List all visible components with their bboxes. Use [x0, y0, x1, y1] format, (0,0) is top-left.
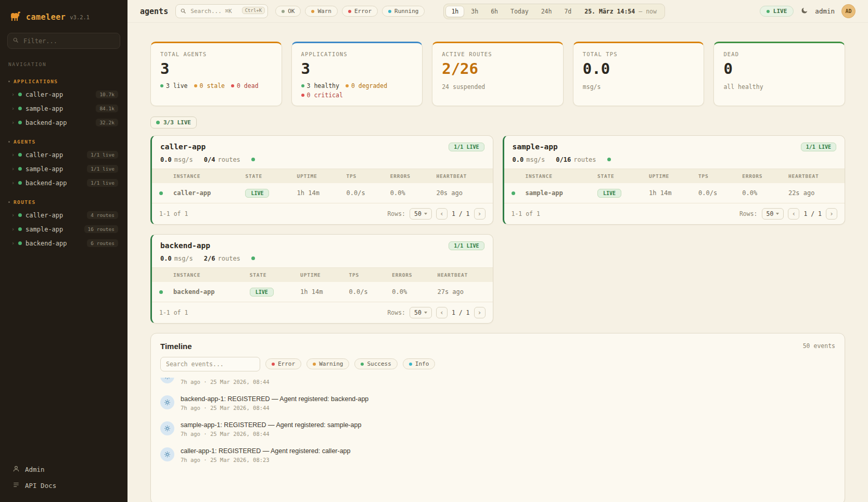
sidebar-item-agents-backend-app[interactable]: › backend-app 1/1 live: [7, 176, 120, 190]
brand: cameleer v3.2.1: [7, 7, 120, 33]
sidebar-item-api-docs[interactable]: API Docs: [8, 478, 119, 494]
event-time: 7h ago · 25 Mar 2026, 08:23: [181, 457, 351, 463]
filter-ok-button[interactable]: OK: [275, 6, 301, 17]
sidebar-item-agents-sample-app[interactable]: › sample-app 1/1 live: [7, 162, 120, 176]
routes-value: 2/6: [204, 255, 215, 262]
brand-name: cameleer: [26, 12, 66, 22]
time-range-3h[interactable]: 3h: [465, 6, 484, 17]
sidebar-item-label: caller-app: [25, 91, 63, 98]
gear-icon: [160, 421, 174, 435]
dead-dot: [231, 84, 234, 87]
app-root: cameleer v3.2.1 NAVIGATION APPLICATIONS …: [0, 0, 868, 502]
rows-value: 50: [414, 210, 422, 217]
status-dot: [18, 167, 22, 171]
health-dot: [251, 158, 255, 161]
instance-row[interactable]: backend-app LIVE 1h 14m 0.0/s 0.0% 27s a…: [152, 282, 493, 302]
routes-unit: routes: [573, 156, 596, 163]
prev-page-button[interactable]: ‹: [436, 307, 448, 318]
timeline-filter-info-button[interactable]: Info: [403, 358, 436, 369]
timeline-search-input[interactable]: [160, 357, 260, 371]
chevron-right-icon: ›: [11, 106, 15, 111]
rows-per-page-select[interactable]: 50: [410, 307, 432, 318]
sidebar-item-routes-sample-app[interactable]: › sample-app 16 routes: [7, 222, 120, 236]
filter-warn-button[interactable]: Warn: [305, 6, 338, 17]
stat-item-text: 0 stale: [200, 82, 225, 89]
live-indicator[interactable]: LIVE: [760, 6, 794, 17]
chevron-right-icon: ›: [11, 92, 15, 97]
section-title: AGENTS: [14, 139, 36, 145]
errors-cell: 0.0%: [737, 183, 783, 203]
section-header-applications[interactable]: APPLICATIONS: [7, 78, 120, 87]
sidebar-item-agents-caller-app[interactable]: › caller-app 1/1 live: [7, 148, 120, 162]
timeline-filter-success-button[interactable]: Success: [354, 358, 397, 369]
stat-label: TOTAL TPS: [583, 51, 695, 57]
page-indicator: 1 / 1: [803, 210, 822, 217]
rows-per-page-select[interactable]: 50: [410, 208, 432, 220]
time-range-1h[interactable]: 1h: [445, 6, 464, 17]
main-area: agents Ctrl+K OK Warn E: [127, 0, 868, 502]
col-uptime: UPTIME: [644, 169, 693, 183]
sidebar-item-badge: 6 routes: [87, 239, 118, 247]
page-title: agents: [140, 7, 168, 16]
sidebar-item-routes-caller-app[interactable]: › caller-app 4 routes: [7, 208, 120, 222]
time-range-6h[interactable]: 6h: [485, 6, 504, 17]
stat-label: ACTIVE ROUTES: [442, 51, 554, 57]
rows-label: Rows:: [387, 210, 405, 217]
app-live-badge: 1/1 LIVE: [801, 143, 836, 151]
rows-value: 50: [767, 210, 774, 217]
tps-unit: msg/s: [174, 255, 193, 262]
tps-value: 0.0: [513, 156, 524, 163]
timeline-event: sample-app-1: REGISTERED — Agent registe…: [160, 416, 835, 442]
timeline-filter-error-button[interactable]: Error: [265, 358, 301, 369]
time-range-24h[interactable]: 24h: [535, 6, 558, 17]
stat-card-dead: DEAD 0 all healthy: [713, 42, 845, 106]
stat-subtext: all healthy: [723, 83, 835, 91]
section-title: APPLICATIONS: [14, 79, 58, 84]
section-header-agents[interactable]: AGENTS: [7, 138, 120, 148]
sidebar: cameleer v3.2.1 NAVIGATION APPLICATIONS …: [0, 0, 127, 502]
table-footer: 1-1 of 1 Rows: 50 ‹ 1 / 1 ›: [152, 203, 493, 224]
avatar[interactable]: AD: [841, 4, 856, 18]
sidebar-item-routes-backend-app[interactable]: › backend-app 6 routes: [7, 236, 120, 250]
sidebar-filter-input[interactable]: [7, 33, 120, 49]
sidebar-item-badge: 32.2k: [96, 119, 118, 126]
next-page-button[interactable]: ›: [474, 208, 486, 220]
instances-table: INSTANCE STATE UPTIME TPS ERRORS HEARTBE…: [504, 169, 845, 203]
next-page-button[interactable]: ›: [826, 208, 837, 220]
col-errors: ERRORS: [737, 169, 783, 183]
next-page-button[interactable]: ›: [474, 307, 486, 318]
row-range: 1-1 of 1: [159, 309, 188, 316]
sidebar-item-admin[interactable]: Admin: [8, 461, 119, 478]
date-range-display[interactable]: 25. März 14:54 — now: [578, 6, 663, 17]
collapse-dot-icon: [8, 201, 10, 203]
sidebar-item-applications-caller-app[interactable]: › caller-app 10.7k: [7, 87, 120, 101]
degraded-dot: [346, 84, 349, 87]
instance-row[interactable]: sample-app LIVE 1h 14m 0.0/s 0.0% 22s ag…: [504, 183, 845, 203]
timeline-filter-warning-button[interactable]: Warning: [307, 358, 349, 369]
section-header-routes[interactable]: ROUTES: [7, 198, 120, 208]
chevron-right-icon: ›: [11, 166, 15, 172]
rows-per-page-select[interactable]: 50: [762, 208, 784, 220]
theme-toggle-button[interactable]: [800, 7, 808, 16]
stats-row: TOTAL AGENTS 3 3 live 0 stale 0 dead APP…: [150, 42, 845, 106]
prev-page-button[interactable]: ‹: [436, 208, 448, 220]
live-dot: [156, 121, 160, 124]
stat-card-active-routes: ACTIVE ROUTES 2/26 24 suspended: [432, 42, 564, 106]
instance-row[interactable]: caller-app LIVE 1h 14m 0.0/s 0.0% 20s ag…: [152, 183, 493, 203]
date-separator: —: [639, 8, 642, 15]
filter-label: Warn: [317, 8, 331, 15]
time-range-today[interactable]: Today: [505, 6, 534, 17]
filter-running-button[interactable]: Running: [382, 6, 425, 17]
ok-dot: [282, 10, 285, 13]
filter-error-button[interactable]: Error: [342, 6, 378, 17]
col-uptime: UPTIME: [292, 169, 341, 183]
stat-card-applications: APPLICATIONS 3 3 healthy 0 degraded 0 cr…: [291, 42, 423, 106]
sidebar-item-applications-backend-app[interactable]: › backend-app 32.2k: [7, 115, 120, 130]
sidebar-item-label: sample-app: [25, 226, 63, 233]
filter-label: Success: [367, 361, 391, 367]
timeline-events-scroll[interactable]: caller-app-1: REGISTERED — Agent registe…: [151, 378, 845, 488]
sidebar-item-label: sample-app: [25, 165, 63, 173]
prev-page-button[interactable]: ‹: [788, 208, 799, 220]
time-range-7d[interactable]: 7d: [558, 6, 577, 17]
sidebar-item-applications-sample-app[interactable]: › sample-app 84.1k: [7, 101, 120, 115]
